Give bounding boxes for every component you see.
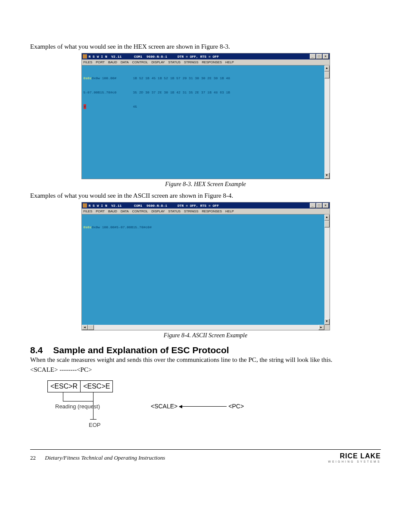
menu-data-2[interactable]: DATA <box>121 209 129 213</box>
menu-data[interactable]: DATA <box>121 60 129 64</box>
scroll-right-icon[interactable]: ► <box>318 325 324 330</box>
scroll-thumb[interactable] <box>324 72 330 78</box>
footer-title: Dietary/Fitness Technical and Operating … <box>45 454 165 461</box>
intro-text-2: Examples of what you would see in the AS… <box>30 192 381 199</box>
scroll-thumb-2[interactable] <box>324 221 330 227</box>
titlebar: R S W I N V2.11 COM1 9600-N-8-1 DTR = OF… <box>82 53 330 59</box>
minimize-button-2[interactable]: _ <box>310 203 316 208</box>
section-para-1: When the scale measures weight and sends… <box>30 356 381 364</box>
menu-files-2[interactable]: FILES <box>84 209 93 213</box>
page-footer: 22 Dietary/Fitness Technical and Operati… <box>30 449 381 463</box>
menu-help[interactable]: HELP <box>225 60 234 64</box>
app-icon <box>83 54 87 59</box>
menu-status[interactable]: STATUS <box>168 60 181 64</box>
logo-text: RICE LAKE <box>328 452 381 460</box>
figure-8-3-caption: Figure 8-3. HEX Screen Example <box>165 181 246 188</box>
protocol-diagram: <ESC>R <ESC>E Reading (request) EOP <SCA… <box>47 380 381 432</box>
hex-h1: 1B 52 1B 45 1B 52 1B 57 20 31 30 30 2E 3… <box>133 76 230 81</box>
page-number: 22 <box>30 454 36 461</box>
scrollbar-horizontal[interactable]: ◄ ► <box>82 325 324 330</box>
hex-h3: 45 <box>133 104 137 109</box>
close-button-2[interactable]: × <box>323 203 329 208</box>
intro-text-1: Examples of what you would see in the HE… <box>30 43 381 50</box>
esc-r-box: <ESC>R <box>48 381 81 392</box>
menu-strings[interactable]: STRINGS <box>184 60 198 64</box>
menu-control-2[interactable]: CONTROL <box>132 209 148 213</box>
window-title-2: R S W I N V2.11 COM1 9600-N-8-1 DTR = OF… <box>89 204 219 208</box>
logo-subtext: WEIGHING SYSTEMS <box>328 460 381 463</box>
menu-control[interactable]: CONTROL <box>132 60 148 64</box>
hex-h2: 35 2D 30 37 2E 30 1B 42 31 35 2E 37 1B 4… <box>133 90 230 95</box>
eop-label: EOP <box>89 422 100 428</box>
scroll-left-icon[interactable]: ◄ <box>82 325 88 330</box>
reading-label: Reading (request) <box>55 404 100 410</box>
hex-l2: 5-07.00B15.70#c0 <box>84 90 133 95</box>
hex-window: R S W I N V2.11 COM1 9600-N-8-1 DTR = OF… <box>81 53 330 179</box>
scroll-down-icon[interactable]: ▼ <box>324 173 330 179</box>
section-heading: 8.4Sample and Explanation of ESC Protoco… <box>30 345 381 355</box>
resize-grip[interactable] <box>324 325 330 330</box>
ascii-line: 0x0w 100.00#5-07.00B15.70#c0# <box>92 225 152 229</box>
section-number: 8.4 <box>30 345 43 355</box>
ascii-content: 0s0z0x0w 100.00#5-07.00B15.70#c0# <box>82 215 324 325</box>
scrollbar-vertical-2[interactable]: ▲ ▼ <box>324 215 330 325</box>
section-para-2: <SCALE> --------<PC> <box>30 366 381 373</box>
brand-logo: RICE LAKE WEIGHING SYSTEMS <box>328 452 381 463</box>
menu-status-2[interactable]: STATUS <box>168 209 181 213</box>
menu-display-2[interactable]: DISPLAY <box>151 209 165 213</box>
menu-port-2[interactable]: PORT <box>96 209 105 213</box>
hex-content: 0s0z0x0w 100.00# 1B 52 1B 45 1B 52 1B 57… <box>82 65 324 179</box>
menu-baud[interactable]: BAUD <box>108 60 117 64</box>
menu-display[interactable]: DISPLAY <box>151 60 165 64</box>
menubar: FILES PORT BAUD DATA CONTROL DISPLAY STA… <box>82 59 330 65</box>
menu-responses-2[interactable]: RESPONSES <box>202 209 222 213</box>
menu-responses[interactable]: RESPONSES <box>202 60 222 64</box>
menu-port[interactable]: PORT <box>96 60 105 64</box>
window-title: R S W I N V2.11 COM1 9600-N-8-1 DTR = OF… <box>89 55 219 59</box>
minimize-button[interactable]: _ <box>310 54 316 59</box>
scroll-up-icon[interactable]: ▲ <box>324 65 330 72</box>
scale-label: <SCALE> <box>151 403 177 410</box>
arrow-icon <box>179 406 227 407</box>
scroll-thumb-h[interactable] <box>88 325 94 330</box>
scrollbar-vertical[interactable]: ▲ ▼ <box>324 65 330 179</box>
scroll-up-icon-2[interactable]: ▲ <box>324 215 330 221</box>
ascii-hl: 0s0z <box>84 225 92 229</box>
app-icon-2 <box>83 203 87 208</box>
titlebar-2: R S W I N V2.11 COM1 9600-N-8-1 DTR = OF… <box>82 202 330 208</box>
cursor: # <box>84 104 87 109</box>
hex-hl-1: 0s0z <box>84 76 92 80</box>
maximize-button-2[interactable]: □ <box>316 203 322 208</box>
figure-8-3: R S W I N V2.11 COM1 9600-N-8-1 DTR = OF… <box>30 53 381 188</box>
menu-help-2[interactable]: HELP <box>225 209 234 213</box>
figure-8-4: R S W I N V2.11 COM1 9600-N-8-1 DTR = OF… <box>30 202 381 339</box>
ascii-window: R S W I N V2.11 COM1 9600-N-8-1 DTR = OF… <box>81 202 330 330</box>
pc-label: <PC> <box>228 403 244 410</box>
scroll-down-icon-2[interactable]: ▼ <box>324 319 330 325</box>
maximize-button[interactable]: □ <box>316 54 322 59</box>
menu-strings-2[interactable]: STRINGS <box>184 209 198 213</box>
esc-e-box: <ESC>E <box>81 381 112 392</box>
close-button[interactable]: × <box>323 54 329 59</box>
section-title: Sample and Explanation of ESC Protocol <box>53 345 229 355</box>
figure-8-4-caption: Figure 8-4. ASCII Screen Example <box>164 332 247 339</box>
menubar-2: FILES PORT BAUD DATA CONTROL DISPLAY STA… <box>82 208 330 215</box>
menu-files[interactable]: FILES <box>84 60 93 64</box>
hex-l1: 0x0w 100.00# <box>92 76 117 80</box>
menu-baud-2[interactable]: BAUD <box>108 209 117 213</box>
